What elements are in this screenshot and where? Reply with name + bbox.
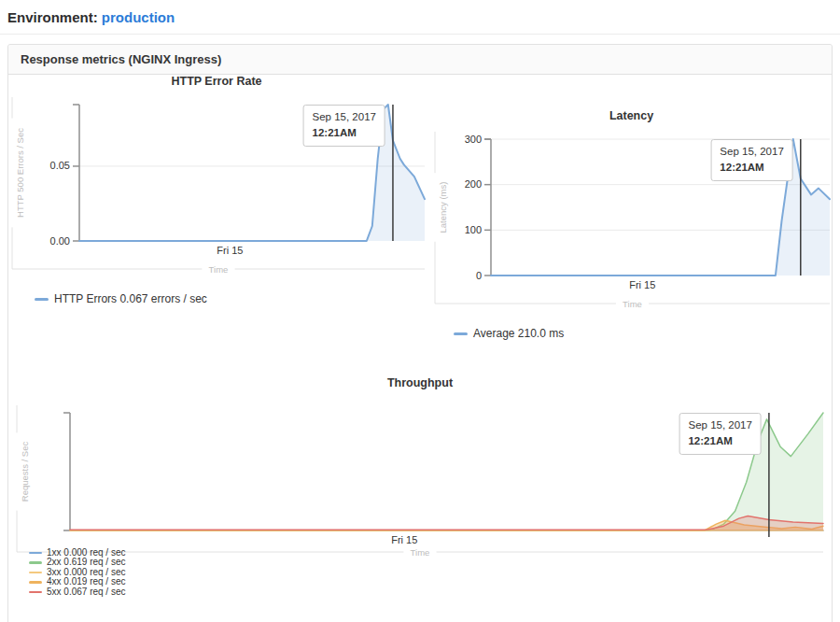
x-axis-label: Time bbox=[623, 299, 642, 309]
legend-label: Average 210.0 ms bbox=[473, 327, 564, 340]
throughput-title: Throughput bbox=[8, 376, 832, 389]
tooltip-date: Sep 15, 2017 bbox=[313, 109, 376, 125]
y-tick-label: 200 bbox=[465, 178, 482, 190]
chart-legend: Average 210.0 ms bbox=[454, 327, 564, 340]
y-tick-label: 300 bbox=[465, 134, 482, 145]
legend-item: 5xx 0.067 req / sec bbox=[29, 587, 126, 597]
x-axis-label: Time bbox=[411, 547, 430, 558]
http-error-rate-chart: HTTP Error RateHTTP 500 Errors / SecTime… bbox=[8, 75, 425, 314]
environment-label: Environment: bbox=[7, 9, 98, 25]
latency-title: Latency bbox=[431, 109, 832, 122]
legend-marker-3xx bbox=[29, 572, 42, 574]
tooltip-time: 12:21AM bbox=[313, 125, 376, 141]
y-tick-label: 100 bbox=[465, 224, 482, 235]
tooltip-time: 12:21AM bbox=[688, 433, 751, 449]
tooltip-time: 12:21AM bbox=[720, 160, 783, 176]
legend-item: 4xx 0.019 req / sec bbox=[29, 577, 126, 587]
page: Environment: production Response metrics… bbox=[0, 9, 840, 622]
http-error-rate-title: HTTP Error Rate bbox=[8, 75, 425, 88]
legend-marker-4xx bbox=[29, 581, 42, 584]
x-tick-label: Fri 15 bbox=[629, 279, 655, 290]
page-heading: Environment: production bbox=[7, 9, 833, 25]
environment-link[interactable]: production bbox=[102, 9, 175, 25]
chart-tooltip: Sep 15, 201712:21AM bbox=[303, 105, 385, 147]
legend-marker-http-errors bbox=[35, 298, 49, 301]
panel-header: Response metrics (NGINX Ingress) bbox=[8, 45, 832, 75]
metrics-panel: Response metrics (NGINX Ingress) HTTP Er… bbox=[7, 44, 833, 622]
legend-item: Average 210.0 ms bbox=[454, 327, 564, 340]
divider bbox=[0, 34, 840, 35]
x-tick-label: Fri 15 bbox=[391, 534, 417, 545]
tooltip-date: Sep 15, 2017 bbox=[688, 417, 751, 433]
panel-title: Response metrics (NGINX Ingress) bbox=[21, 52, 221, 66]
y-tick-label: 0.05 bbox=[50, 160, 70, 171]
x-tick-label: Fri 15 bbox=[217, 245, 243, 256]
legend-item: HTTP Errors 0.067 errors / sec bbox=[35, 292, 207, 305]
legend-label: 5xx 0.067 req / sec bbox=[47, 587, 126, 597]
chart-tooltip: Sep 15, 201712:21AM bbox=[710, 139, 792, 181]
y-tick-label: 0.00 bbox=[50, 235, 70, 247]
tooltip-date: Sep 15, 2017 bbox=[720, 144, 783, 160]
chart-tooltip: Sep 15, 201712:21AM bbox=[679, 413, 761, 455]
panel-body: HTTP Error RateHTTP 500 Errors / SecTime… bbox=[8, 75, 832, 622]
legend-marker-average bbox=[454, 332, 468, 335]
y-axis-label: Latency (ms) bbox=[438, 182, 448, 233]
chart-legend: HTTP Errors 0.067 errors / sec bbox=[35, 292, 207, 305]
chart-legend: 1xx 0.000 req / sec2xx 0.619 req / sec3x… bbox=[29, 548, 126, 597]
latency-chart: LatencyLatency (ms)Time0100200300Fri 15S… bbox=[431, 109, 832, 348]
throughput-chart: ThroughputRequests / SecTimeFri 15Sep 15… bbox=[8, 376, 832, 604]
legend-marker-5xx bbox=[29, 591, 42, 594]
y-tick-label: 0 bbox=[476, 270, 482, 281]
y-axis-label: HTTP 500 Errors / Sec bbox=[15, 128, 25, 218]
x-axis-label: Time bbox=[209, 264, 229, 275]
legend-label: HTTP Errors 0.067 errors / sec bbox=[54, 292, 207, 305]
legend-marker-2xx bbox=[29, 561, 42, 564]
legend-marker-1xx bbox=[29, 552, 42, 555]
y-axis-label: Requests / Sec bbox=[20, 442, 30, 502]
